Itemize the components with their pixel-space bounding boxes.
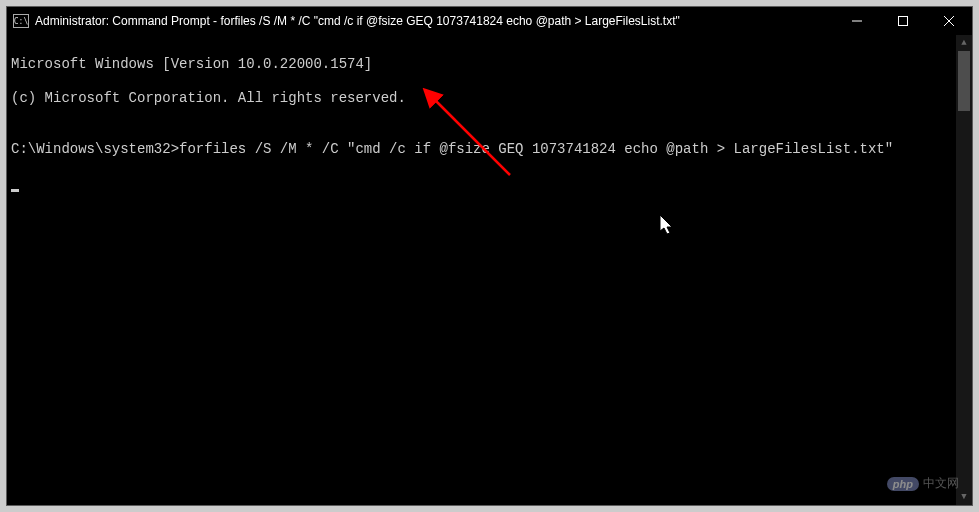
scrollbar[interactable]: ▲ ▼	[956, 35, 972, 505]
text-cursor	[11, 189, 19, 192]
window-title: Administrator: Command Prompt - forfiles…	[35, 14, 680, 28]
command-text: forfiles /S /M * /C "cmd /c if @fsize GE…	[179, 141, 893, 157]
watermark-badge: php	[887, 477, 919, 491]
maximize-button[interactable]	[880, 7, 926, 35]
watermark: php 中文网	[887, 475, 959, 492]
scroll-thumb[interactable]	[958, 51, 970, 111]
title-bar[interactable]: C:\ Administrator: Command Prompt - forf…	[7, 7, 972, 35]
terminal-body[interactable]: Microsoft Windows [Version 10.0.22000.15…	[7, 35, 972, 505]
window-controls	[834, 7, 972, 35]
scroll-up-arrow[interactable]: ▲	[956, 35, 972, 51]
cmd-icon: C:\	[13, 14, 29, 28]
command-line: C:\Windows\system32>forfiles /S /M * /C …	[11, 141, 968, 158]
watermark-text: 中文网	[923, 475, 959, 492]
prompt: C:\Windows\system32>	[11, 141, 179, 157]
svg-rect-1	[899, 17, 908, 26]
close-button[interactable]	[926, 7, 972, 35]
output-line: (c) Microsoft Corporation. All rights re…	[11, 90, 968, 107]
title-left: C:\ Administrator: Command Prompt - forf…	[13, 14, 680, 28]
minimize-button[interactable]	[834, 7, 880, 35]
command-prompt-window: C:\ Administrator: Command Prompt - forf…	[6, 6, 973, 506]
output-line: Microsoft Windows [Version 10.0.22000.15…	[11, 56, 968, 73]
